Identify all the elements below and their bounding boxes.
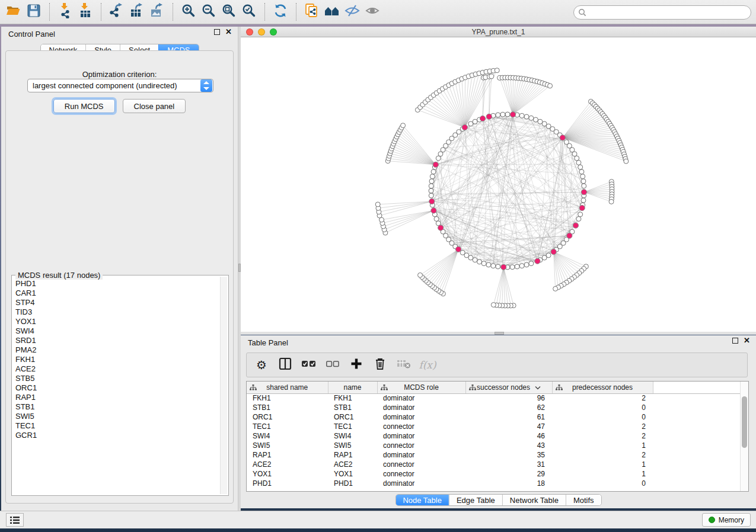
result-node-item[interactable]: PHD1 [13, 279, 219, 289]
close-panel-icon[interactable]: ✕ [225, 29, 232, 35]
result-node-item[interactable]: TEC1 [13, 421, 219, 431]
function-builder-icon: f(x) [419, 359, 436, 371]
zoom-fit-button[interactable] [219, 2, 239, 22]
float-panel-icon[interactable] [214, 29, 220, 35]
cell-MCDS-role: dominator [377, 403, 465, 412]
cell-name: ACE2 [328, 460, 377, 469]
show-columns-button[interactable] [277, 357, 293, 373]
column-header-predecessor-nodes[interactable]: predecessor nodes [552, 382, 653, 393]
cell-predecessor-nodes: 1 [552, 469, 653, 479]
cell-MCDS-role: dominator [377, 479, 465, 488]
result-node-item[interactable]: RAP1 [13, 393, 219, 402]
column-header-successor-nodes[interactable]: successor nodes [465, 382, 552, 393]
save-session-icon [26, 3, 42, 21]
result-node-item[interactable]: STP4 [13, 298, 219, 307]
overview-button[interactable] [322, 2, 342, 22]
tab-motifs[interactable]: Motifs [566, 495, 601, 505]
column-header-MCDS-role[interactable]: MCDS role [377, 382, 465, 393]
table-row[interactable]: SWI4SWI4dominator462 [247, 431, 740, 441]
run-mcds-button[interactable]: Run MCDS [53, 99, 115, 113]
import-table-button[interactable] [75, 2, 95, 22]
tab-network-table[interactable]: Network Table [502, 495, 566, 505]
export-table-button[interactable] [127, 2, 147, 22]
result-node-item[interactable]: YOX1 [13, 317, 219, 326]
table-row[interactable]: ACE2ACE2connector311 [247, 460, 740, 469]
cell-MCDS-role: dominator [377, 450, 465, 460]
deselect-all-button[interactable] [325, 357, 340, 373]
result-node-item[interactable]: SWI5 [13, 412, 219, 421]
table-row[interactable]: FKH1FKH1dominator962 [247, 393, 740, 403]
show-panels-button[interactable] [6, 513, 24, 527]
zoom-in-button[interactable] [178, 2, 199, 22]
column-header-name[interactable]: name [328, 382, 377, 393]
search-input[interactable] [573, 5, 751, 20]
network-graph[interactable] [241, 37, 756, 332]
result-node-item[interactable]: STB5 [13, 374, 219, 383]
zoom-selected-button[interactable] [239, 2, 259, 22]
refresh-icon [273, 3, 288, 21]
control-panel-title: Control Panel [8, 30, 55, 39]
cell-predecessor-nodes: 2 [552, 422, 653, 431]
result-node-item[interactable]: ORC1 [13, 383, 219, 393]
result-node-item[interactable]: GCR1 [13, 431, 219, 440]
result-node-item[interactable]: ACE2 [13, 364, 219, 374]
add-column-button[interactable] [349, 357, 364, 373]
tab-edge-table[interactable]: Edge Table [449, 495, 502, 505]
network-canvas[interactable] [241, 37, 756, 332]
criterion-select[interactable]: largest connected component (undirected) [27, 79, 213, 92]
cell-successor-nodes: 29 [465, 469, 552, 479]
horizontal-splitter[interactable] [241, 332, 756, 335]
export-network-button[interactable] [107, 2, 127, 22]
zoom-in-icon [181, 3, 196, 21]
float-panel-icon[interactable] [732, 338, 738, 344]
select-all-button[interactable] [301, 357, 317, 373]
delete-column-button[interactable] [372, 357, 388, 373]
memory-button[interactable]: Memory [702, 513, 751, 527]
close-panel-button[interactable]: Close panel [123, 99, 186, 113]
network-from-selection-button[interactable] [302, 2, 322, 22]
close-panel-icon[interactable]: ✕ [744, 338, 750, 344]
table-panel-window: Table Panel ✕ ⚙f(x) shared namenameMCDS … [241, 335, 756, 508]
import-network-button[interactable] [55, 2, 75, 22]
splitter-handle[interactable] [495, 332, 504, 335]
window-minimize-button[interactable] [258, 28, 265, 36]
mcds-result-scrollbar[interactable] [220, 277, 227, 494]
scrollbar-thumb[interactable] [742, 396, 747, 448]
window-zoom-button[interactable] [270, 28, 277, 36]
hide-graphics-details-button[interactable] [342, 2, 362, 22]
result-node-item[interactable]: SRD1 [13, 336, 219, 345]
tab-node-table[interactable]: Node Table [395, 495, 449, 505]
table-row[interactable]: STB1STB1dominator620 [247, 403, 740, 412]
table-row[interactable]: RAP1RAP1dominator352 [247, 450, 740, 460]
export-image-button[interactable] [147, 2, 167, 22]
table-scrollbar[interactable] [740, 382, 748, 491]
window-close-button[interactable] [246, 28, 253, 36]
table-row[interactable]: TEC1TEC1connector472 [247, 422, 740, 431]
zoom-out-icon [201, 3, 216, 21]
zoom-out-button[interactable] [199, 2, 219, 22]
settings-gear-icon: ⚙ [256, 359, 267, 371]
result-node-item[interactable]: STB1 [13, 402, 219, 412]
result-node-item[interactable]: TID3 [13, 307, 219, 317]
result-node-item[interactable]: SWI4 [13, 326, 219, 336]
refresh-button[interactable] [270, 2, 291, 22]
save-session-button[interactable] [24, 2, 44, 22]
column-header-shared-name[interactable]: shared name [247, 382, 328, 393]
open-session-button[interactable] [4, 2, 24, 22]
result-node-item[interactable]: CAR1 [13, 289, 219, 298]
settings-gear-button[interactable]: ⚙ [254, 357, 269, 373]
show-graphics-details-button[interactable] [362, 2, 382, 22]
cell-successor-nodes: 96 [465, 393, 552, 403]
delete-table-button [396, 357, 412, 373]
table-row[interactable]: YOX1YOX1connector291 [247, 469, 740, 479]
cell-name: ORC1 [328, 412, 377, 422]
cell-name: FKH1 [328, 393, 377, 403]
hierarchy-icon [469, 384, 476, 393]
cell-shared-name: TEC1 [247, 422, 328, 431]
result-node-item[interactable]: PMA2 [13, 345, 219, 355]
result-node-item[interactable]: FKH1 [13, 355, 219, 364]
network-leaf-nodes[interactable] [375, 68, 629, 308]
table-row[interactable]: SWI5SWI5connector431 [247, 441, 740, 450]
table-row[interactable]: ORC1ORC1dominator610 [247, 412, 740, 422]
table-row[interactable]: PHD1PHD1dominator180 [247, 479, 740, 488]
